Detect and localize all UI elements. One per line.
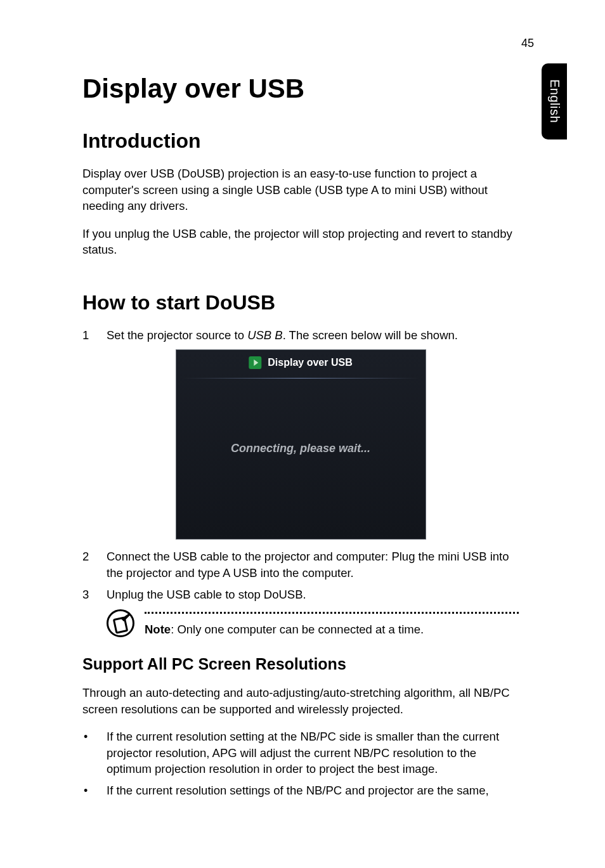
- step-1: 1 Set the projector source to USB B. The…: [82, 327, 519, 344]
- screenshot-titlebar: Display over USB: [249, 356, 352, 369]
- page-content: Display over USB Introduction Display ov…: [82, 74, 519, 804]
- subsection-support-heading: Support All PC Screen Resolutions: [82, 655, 519, 673]
- section-introduction-heading: Introduction: [82, 129, 519, 153]
- bullet-1: If the current resolution setting at the…: [82, 729, 519, 777]
- step-text-post: . The screen below will be shown.: [283, 328, 458, 342]
- note-divider: [145, 612, 519, 614]
- page-title: Display over USB: [82, 74, 519, 104]
- step-3: 3 Unplug the USB cable to stop DoUSB.: [82, 586, 519, 603]
- note-icon: [107, 609, 134, 637]
- projector-icon: [249, 356, 261, 369]
- screenshot-title: Display over USB: [268, 357, 352, 368]
- projector-screenshot: Display over USB Connecting, please wait…: [176, 349, 426, 540]
- step-text-italic: USB B: [247, 328, 283, 342]
- step-2: 2 Connect the USB cable to the projector…: [82, 548, 519, 581]
- step-text: Unplug the USB cable to stop DoUSB.: [107, 586, 519, 603]
- page-number: 45: [521, 37, 534, 50]
- intro-paragraph-2: If you unplug the USB cable, the project…: [82, 226, 519, 258]
- note-label: Note: [145, 623, 171, 636]
- bullet-marker: [82, 729, 107, 777]
- note-body-text: : Only one computer can be connected at …: [171, 623, 424, 636]
- support-bullets: If the current resolution setting at the…: [82, 729, 519, 798]
- step-text: Connect the USB cable to the projector a…: [107, 548, 519, 581]
- support-paragraph: Through an auto-detecting and auto-adjus…: [82, 685, 519, 717]
- steps-list-cont: 2 Connect the USB cable to the projector…: [82, 548, 519, 603]
- bullet-text: If the current resolution settings of th…: [107, 782, 519, 799]
- language-tab-label: English: [547, 79, 562, 123]
- screenshot-divider: [183, 378, 419, 379]
- language-tab: English: [542, 63, 567, 139]
- section-start-heading: How to start DoUSB: [82, 291, 519, 314]
- note-block: Note: Only one computer can be connected…: [107, 609, 519, 637]
- step-number: 2: [82, 548, 107, 581]
- step-text: Set the projector source to USB B. The s…: [107, 327, 519, 344]
- bullet-marker: [82, 782, 107, 799]
- intro-paragraph-1: Display over USB (DoUSB) projection is a…: [82, 165, 519, 214]
- steps-list: 1 Set the projector source to USB B. The…: [82, 327, 519, 344]
- note-text: Note: Only one computer can be connected…: [145, 623, 519, 637]
- screenshot-message: Connecting, please wait...: [176, 442, 426, 455]
- step-number: 1: [82, 327, 107, 344]
- step-text-pre: Set the projector source to: [107, 328, 247, 342]
- bullet-2: If the current resolution settings of th…: [82, 782, 519, 799]
- step-number: 3: [82, 586, 107, 603]
- bullet-text: If the current resolution setting at the…: [107, 729, 519, 777]
